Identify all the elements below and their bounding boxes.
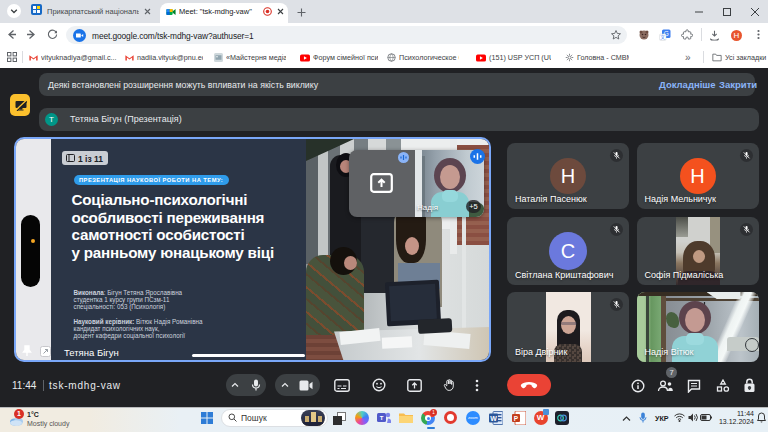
svg-text:T: T [380,415,384,421]
svg-text:P: P [513,415,518,422]
svg-text:W: W [490,415,497,422]
svg-text:文: 文 [660,34,666,40]
